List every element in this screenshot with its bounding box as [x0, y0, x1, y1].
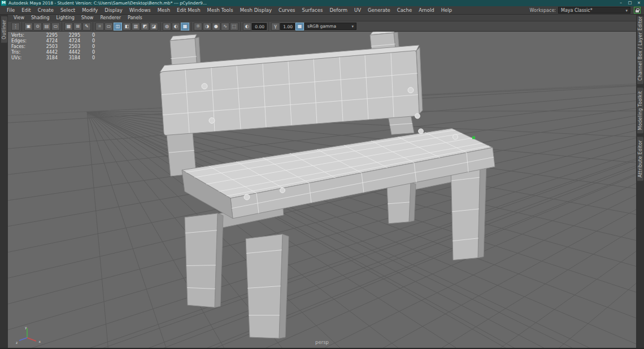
film-gate-icon[interactable]: ▭ — [105, 23, 113, 30]
maya-logo-icon: M — [1, 1, 6, 6]
poly-count-hud: Verts: 2295 2295 0 Edges: 4724 4724 0 Fa… — [11, 33, 95, 61]
grease-pencil-icon[interactable]: ✎ — [82, 23, 91, 30]
toolbar-grip-handle[interactable]: ⋮ — [11, 23, 20, 30]
toolbar-group: ▦⊞✎ — [63, 22, 93, 31]
maximize-button[interactable]: □ — [626, 1, 634, 6]
toolbar-group: ⌗▭◫◧▥◩◪ — [94, 22, 160, 31]
right-panel-tab[interactable]: Channel Box / Layer Editor — [637, 16, 643, 84]
menu-item[interactable]: Generate — [364, 6, 394, 14]
menu-item[interactable]: Display — [101, 6, 125, 14]
window-title: Autodesk Maya 2018 - Student Version: C:… — [8, 1, 613, 6]
motion-blur-icon[interactable]: ∿ — [221, 23, 229, 30]
lighting-icon[interactable]: ☼ — [194, 23, 202, 30]
gate-mask-icon[interactable]: ◧ — [123, 23, 131, 30]
exposure-group: ◐ 0.00 — [241, 22, 269, 31]
safe-action-icon[interactable]: ◩ — [141, 23, 149, 30]
wireframe-on-shaded-icon[interactable]: ▦ — [181, 23, 189, 30]
safe-title-icon[interactable]: ◪ — [150, 23, 158, 30]
menu-item[interactable]: Edit Mesh — [173, 6, 204, 14]
shadows-icon[interactable]: ◑ — [203, 23, 211, 30]
panel-menu-item[interactable]: Renderer — [97, 15, 124, 21]
menu-item[interactable]: Mesh — [154, 6, 173, 14]
select-camera-icon[interactable]: ▣ — [24, 23, 33, 30]
menu-item[interactable]: UV — [351, 6, 364, 14]
minimize-button[interactable]: – — [617, 1, 625, 6]
menu-item[interactable]: Windows — [126, 6, 154, 14]
colorspace-dropdown[interactable]: sRGB gamma — [304, 23, 356, 30]
hud-row: Tris: 4442 4442 0 — [11, 50, 95, 55]
panel-menu-item[interactable]: Shading — [28, 15, 53, 21]
field-chart-icon[interactable]: ▥ — [132, 23, 140, 30]
menu-item[interactable]: Modify — [79, 6, 101, 14]
panel-menu-bar: ViewShadingLightingShowRendererPanels — [8, 15, 636, 21]
menu-item[interactable]: File — [3, 6, 18, 14]
menu-item[interactable]: Mesh Display — [237, 6, 275, 14]
lock-camera-icon[interactable]: ⊙ — [33, 23, 42, 30]
chevron-down-icon — [625, 8, 628, 13]
view-axis-gizmo: x y z — [16, 325, 42, 344]
outliner-tab[interactable]: Outliner — [1, 16, 7, 43]
workspace-label: Workspace: — [530, 8, 556, 13]
menu-item[interactable]: Surfaces — [299, 6, 327, 14]
close-button[interactable]: × — [635, 1, 643, 6]
title-bar[interactable]: M Autodesk Maya 2018 - Student Version: … — [0, 0, 644, 6]
hud-row: Edges: 4724 4724 0 — [11, 38, 95, 44]
gamma-icon[interactable]: γ — [271, 23, 280, 30]
workspace-control: Workspace: Maya Classic* — [530, 7, 641, 14]
panel-menu-item[interactable]: Lighting — [53, 15, 77, 21]
panel-menu-item[interactable]: Show — [78, 15, 97, 21]
panel-menu-item[interactable]: Panels — [124, 15, 146, 21]
menu-item[interactable]: Cache — [394, 6, 415, 14]
right-panel-strip: Channel Box / Layer EditorModeling Toolk… — [636, 15, 644, 348]
camera-label: persp — [315, 339, 329, 345]
maya-window: M Autodesk Maya 2018 - Student Version: … — [0, 0, 644, 349]
panel-menu-item[interactable]: View — [10, 15, 28, 21]
menu-item[interactable]: Help — [438, 6, 455, 14]
menu-item[interactable]: Arnold — [415, 6, 438, 14]
grid-icon[interactable]: ⌗ — [95, 23, 104, 30]
perspective-viewport[interactable]: Verts: 2295 2295 0 Edges: 4724 4724 0 Fa… — [8, 32, 636, 348]
bookmarks-icon[interactable]: ▭ — [51, 23, 60, 30]
view-transform-icon[interactable]: ▦ — [295, 23, 304, 30]
workspace-dropdown[interactable]: Maya Classic* — [558, 7, 630, 14]
main-menu-bar: FileEditCreateSelectModifyDisplayWindows… — [0, 6, 644, 15]
panel-toolbar: ⋮▣⊙▤▭▦⊞✎⌗▭◫◧▥◩◪◍◐▦☼◑●∿⬚◐ 0.00 γ 1.00 ▦ s… — [8, 21, 636, 32]
image-plane-icon[interactable]: ▦ — [64, 23, 73, 30]
chevron-down-icon — [351, 24, 354, 29]
xray-icon[interactable]: ◐ — [172, 23, 180, 30]
workspace-lock-icon[interactable] — [634, 7, 641, 14]
selected-vertex[interactable] — [472, 136, 475, 139]
axis-x-label: x — [38, 339, 41, 343]
toolbar-group: ◍◐▦ — [161, 22, 192, 31]
hud-row: UVs: 3184 3184 0 — [11, 55, 95, 61]
menu-item[interactable]: Create — [34, 6, 57, 14]
isolate-select-icon[interactable]: ◍ — [163, 23, 171, 30]
resolution-gate-icon[interactable]: ◫ — [114, 23, 122, 30]
toolbar-group: ☼◑●∿⬚ — [192, 22, 241, 31]
menu-item[interactable]: Curves — [275, 6, 299, 14]
viewport-scene[interactable] — [8, 32, 636, 348]
menu-item[interactable]: Deform — [326, 6, 351, 14]
right-panel-tab[interactable]: Modeling Toolkit — [637, 88, 643, 133]
gamma-field[interactable]: 1.00 — [280, 23, 295, 30]
exposure-icon[interactable]: ◐ — [243, 23, 251, 30]
gamma-group: γ 1.00 ▦ sRGB gamma — [269, 22, 358, 31]
hud-row: Faces: 2503 2503 0 — [11, 44, 95, 50]
right-panel-tab[interactable]: Attribute Editor — [637, 137, 643, 181]
menu-item[interactable]: Select — [57, 6, 79, 14]
axis-z-label: z — [16, 341, 18, 344]
multisample-icon[interactable]: ⬚ — [230, 23, 238, 30]
toolbar-group: ⋮ — [10, 22, 22, 31]
toolbar-group: ▣⊙▤▭ — [23, 22, 62, 31]
menu-item[interactable]: Edit — [18, 6, 34, 14]
ambient-occlusion-icon[interactable]: ● — [212, 23, 220, 30]
left-panel-strip: Outliner — [0, 15, 8, 348]
axis-y-label: y — [25, 325, 27, 329]
exposure-field[interactable]: 0.00 — [252, 23, 267, 30]
camera-attributes-icon[interactable]: ▤ — [42, 23, 51, 30]
2d-pan-zoom-icon[interactable]: ⊞ — [73, 23, 82, 30]
hud-row: Verts: 2295 2295 0 — [11, 33, 95, 38]
menu-item[interactable]: Mesh Tools — [204, 6, 237, 14]
